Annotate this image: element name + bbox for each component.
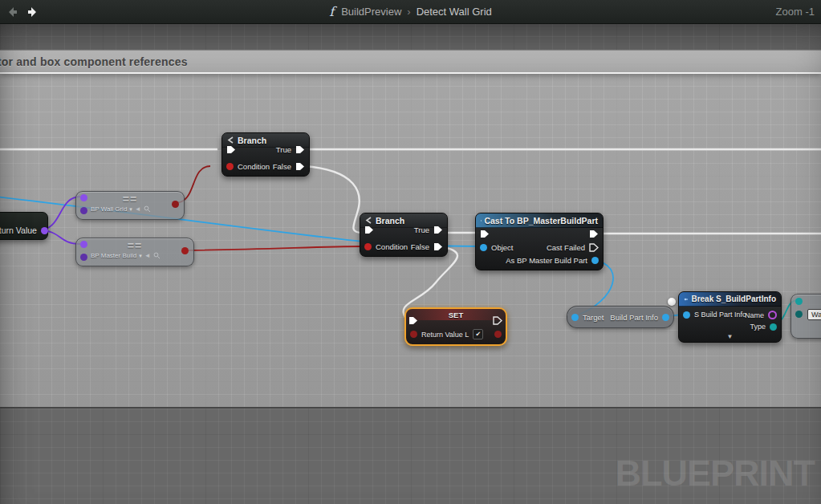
wire-branch1-false-branch2 [304,166,363,233]
check-icon: ✔ [476,331,482,338]
breadcrumb: f BuildPreview › Detect Wall Grid [0,0,821,23]
false-exec-pin[interactable] [433,242,443,251]
true-label: True [276,145,291,154]
false-label: False [273,162,291,171]
branch-icon [365,217,372,224]
wire-knot[interactable] [668,298,676,306]
variable-out-pin[interactable] [494,331,502,338]
zoom-level: Zoom -1 [776,0,815,23]
use-selected-icon[interactable]: ◄ [135,205,141,213]
toolbar: f BuildPreview › Detect Wall Grid Zoom -… [0,0,821,24]
bool-checkbox[interactable]: ✔ [473,329,483,339]
target-label: Target [583,313,604,322]
exec-in-pin[interactable] [408,316,418,325]
blueprint-editor: f BuildPreview › Detect Wall Grid Zoom -… [0,0,821,504]
equals-icon: == [76,239,193,252]
class-select-value[interactable]: BP Master Build [91,252,136,259]
cast-failed-label: Cast Failed [547,243,585,252]
enum-equal-node[interactable]: Wall [791,294,821,339]
browse-icon[interactable] [153,252,161,259]
target-pin[interactable] [571,314,579,321]
variable-in-pin[interactable] [410,331,417,338]
bool-out-pin[interactable] [172,201,179,208]
branch-node-2[interactable]: Branch Condition True False [360,213,448,257]
variable-label: Return Value L [421,331,469,339]
node-title: Branch [238,136,266,145]
dropdown-caret-icon[interactable]: ▾ [129,206,132,213]
condition-label: Condition [238,162,270,171]
branch-icon [227,136,234,144]
exec-in-pin[interactable] [480,230,490,238]
object-pin[interactable] [480,244,487,251]
break-struct-node[interactable]: Break S_BuildPartInfo S Build Part Info … [678,291,782,343]
class-pin-b[interactable] [80,254,87,261]
class-pin-b[interactable] [80,207,87,214]
node-title: Cast To BP_MasterBuildPart [484,216,598,226]
equal-node-wall-grid[interactable]: == BP Wall Grid ▾ ◄ [75,191,185,220]
name-pin[interactable] [768,311,777,319]
build-part-info-node[interactable]: Target Build Part Info [567,306,674,328]
use-selected-icon[interactable]: ◄ [144,252,151,259]
true-exec-pin[interactable] [295,145,305,154]
output-pin[interactable] [662,314,669,321]
node-title: Break S_BuildPartInfo [691,295,776,303]
output-label: Build Part Info [610,313,658,322]
function-icon: f [329,4,334,19]
equal-node-master-build[interactable]: == BP Master Build ▾ ◄ [75,238,194,266]
as-output-pin[interactable] [591,257,599,264]
enum-pin-b[interactable] [795,311,803,318]
node-title: SET [449,311,463,319]
browse-icon[interactable] [144,205,151,213]
return-value-pin[interactable] [41,227,48,234]
false-label: False [411,242,429,251]
condition-pin[interactable] [226,163,234,170]
struct-in-pin[interactable] [683,311,690,319]
condition-pin[interactable] [364,243,372,250]
dropdown-caret-icon[interactable]: ▾ [139,253,142,259]
name-label: Name [745,311,764,319]
wire-masterbuild-branch2 [184,246,363,250]
equals-icon: == [76,193,184,205]
object-label: Object [491,243,513,252]
cast-failed-exec-pin[interactable] [589,243,599,252]
class-pin-a[interactable] [80,241,87,248]
exec-out-pin[interactable] [589,230,599,238]
as-output-label: As BP Master Build Part [506,256,587,265]
type-label: Type [750,323,766,331]
expand-caret-icon[interactable]: ▼ [679,333,781,340]
breadcrumb-separator-icon: › [407,6,410,18]
true-exec-pin[interactable] [433,226,443,234]
cast-node[interactable]: Cast To BP_MasterBuildPart Object Cast F… [475,213,604,270]
node-title: Branch [376,216,404,226]
exec-in-pin[interactable] [226,145,236,154]
branch-node-1[interactable]: Branch Condition True False [222,132,310,177]
true-label: True [414,226,429,234]
breadcrumb-root[interactable]: BuildPreview [341,6,401,18]
class-select-value[interactable]: BP Wall Grid [91,205,127,213]
breadcrumb-current[interactable]: Detect Wall Grid [417,6,492,18]
enum-select-value[interactable]: Wall [807,309,821,320]
type-pin[interactable] [770,323,777,331]
return-value-node[interactable]: eturn Value [0,212,48,240]
exec-in-pin[interactable] [364,226,374,234]
enum-pin-a[interactable] [795,298,803,305]
exec-out-pin[interactable] [493,316,502,325]
condition-label: Condition [376,242,408,251]
bool-out-pin[interactable] [181,247,189,254]
class-pin-a[interactable] [80,194,87,201]
struct-in-label: S Build Part Info [694,311,746,319]
break-struct-icon [684,295,688,303]
set-node[interactable]: SET Return Value L ✔ [404,307,507,346]
return-value-label: eturn Value [0,226,37,235]
false-exec-pin[interactable] [295,162,305,171]
graph-canvas[interactable]: tor and box component references BLUEPRI… [0,23,821,504]
